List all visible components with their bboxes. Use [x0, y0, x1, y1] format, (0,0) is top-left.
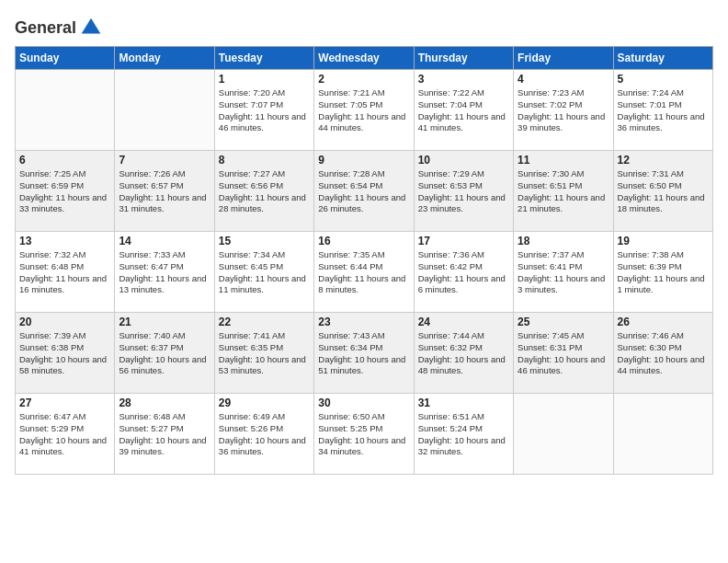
day-info: Sunrise: 7:30 AM Sunset: 6:51 PM Dayligh…	[518, 168, 609, 215]
weekday-header-sunday: Sunday	[16, 47, 115, 70]
calendar-cell: 10Sunrise: 7:29 AM Sunset: 6:53 PM Dayli…	[414, 151, 513, 232]
weekday-header-thursday: Thursday	[414, 47, 513, 70]
day-info: Sunrise: 6:49 AM Sunset: 5:26 PM Dayligh…	[219, 411, 310, 458]
day-info: Sunrise: 7:25 AM Sunset: 6:59 PM Dayligh…	[19, 168, 110, 215]
day-info: Sunrise: 7:44 AM Sunset: 6:32 PM Dayligh…	[418, 330, 509, 377]
calendar-cell: 19Sunrise: 7:38 AM Sunset: 6:39 PM Dayli…	[613, 232, 712, 313]
day-info: Sunrise: 7:41 AM Sunset: 6:35 PM Dayligh…	[219, 330, 310, 377]
logo-general: General	[15, 18, 76, 38]
logo: General	[15, 15, 104, 37]
calendar-cell: 6Sunrise: 7:25 AM Sunset: 6:59 PM Daylig…	[16, 151, 115, 232]
day-number: 28	[119, 396, 210, 409]
day-info: Sunrise: 7:26 AM Sunset: 6:57 PM Dayligh…	[119, 168, 210, 215]
calendar-cell: 18Sunrise: 7:37 AM Sunset: 6:41 PM Dayli…	[514, 232, 613, 313]
header: General	[15, 15, 713, 37]
calendar-cell: 7Sunrise: 7:26 AM Sunset: 6:57 PM Daylig…	[115, 151, 214, 232]
day-number: 16	[318, 235, 409, 247]
day-info: Sunrise: 7:21 AM Sunset: 7:05 PM Dayligh…	[318, 87, 409, 134]
calendar-cell: 1Sunrise: 7:20 AM Sunset: 7:07 PM Daylig…	[214, 70, 313, 151]
calendar-cell: 16Sunrise: 7:35 AM Sunset: 6:44 PM Dayli…	[314, 232, 414, 313]
day-number: 14	[119, 235, 210, 247]
calendar-week-row: 1Sunrise: 7:20 AM Sunset: 7:07 PM Daylig…	[16, 70, 713, 151]
day-number: 23	[318, 316, 409, 328]
day-number: 15	[219, 235, 310, 247]
day-info: Sunrise: 7:46 AM Sunset: 6:30 PM Dayligh…	[618, 330, 709, 377]
day-info: Sunrise: 7:23 AM Sunset: 7:02 PM Dayligh…	[518, 87, 609, 134]
day-info: Sunrise: 7:24 AM Sunset: 7:01 PM Dayligh…	[618, 87, 709, 134]
calendar-cell: 28Sunrise: 6:48 AM Sunset: 5:27 PM Dayli…	[115, 394, 214, 475]
day-info: Sunrise: 7:34 AM Sunset: 6:45 PM Dayligh…	[219, 249, 310, 296]
weekday-header-saturday: Saturday	[613, 47, 712, 70]
calendar-header: SundayMondayTuesdayWednesdayThursdayFrid…	[16, 47, 713, 70]
weekday-header-row: SundayMondayTuesdayWednesdayThursdayFrid…	[16, 47, 713, 70]
day-info: Sunrise: 7:28 AM Sunset: 6:54 PM Dayligh…	[318, 168, 409, 215]
weekday-header-friday: Friday	[514, 47, 613, 70]
day-info: Sunrise: 7:39 AM Sunset: 6:38 PM Dayligh…	[19, 330, 110, 377]
calendar-cell: 21Sunrise: 7:40 AM Sunset: 6:37 PM Dayli…	[115, 313, 214, 394]
day-number: 5	[618, 73, 709, 86]
calendar-cell: 24Sunrise: 7:44 AM Sunset: 6:32 PM Dayli…	[414, 313, 513, 394]
day-info: Sunrise: 6:50 AM Sunset: 5:25 PM Dayligh…	[318, 411, 409, 458]
day-number: 9	[318, 154, 409, 167]
day-number: 3	[418, 73, 509, 86]
calendar-cell: 26Sunrise: 7:46 AM Sunset: 6:30 PM Dayli…	[613, 313, 712, 394]
day-number: 30	[318, 396, 409, 409]
calendar-week-row: 6Sunrise: 7:25 AM Sunset: 6:59 PM Daylig…	[16, 151, 713, 232]
calendar-cell: 11Sunrise: 7:30 AM Sunset: 6:51 PM Dayli…	[514, 151, 613, 232]
calendar-cell: 15Sunrise: 7:34 AM Sunset: 6:45 PM Dayli…	[214, 232, 313, 313]
day-info: Sunrise: 7:40 AM Sunset: 6:37 PM Dayligh…	[119, 330, 210, 377]
calendar-cell: 20Sunrise: 7:39 AM Sunset: 6:38 PM Dayli…	[16, 313, 115, 394]
day-number: 18	[518, 235, 609, 247]
calendar-cell: 8Sunrise: 7:27 AM Sunset: 6:56 PM Daylig…	[214, 151, 313, 232]
calendar-cell: 23Sunrise: 7:43 AM Sunset: 6:34 PM Dayli…	[314, 313, 414, 394]
weekday-header-tuesday: Tuesday	[214, 47, 313, 70]
calendar-week-row: 13Sunrise: 7:32 AM Sunset: 6:48 PM Dayli…	[16, 232, 713, 313]
calendar-cell: 31Sunrise: 6:51 AM Sunset: 5:24 PM Dayli…	[414, 394, 513, 475]
weekday-header-wednesday: Wednesday	[314, 47, 414, 70]
day-number: 7	[119, 154, 210, 167]
calendar-cell: 4Sunrise: 7:23 AM Sunset: 7:02 PM Daylig…	[514, 70, 613, 151]
day-number: 22	[219, 316, 310, 328]
day-number: 24	[418, 316, 509, 328]
calendar-cell	[514, 394, 613, 475]
calendar-cell: 29Sunrise: 6:49 AM Sunset: 5:26 PM Dayli…	[214, 394, 313, 475]
day-number: 27	[19, 396, 110, 409]
day-info: Sunrise: 7:33 AM Sunset: 6:47 PM Dayligh…	[119, 249, 210, 296]
calendar-cell: 5Sunrise: 7:24 AM Sunset: 7:01 PM Daylig…	[613, 70, 712, 151]
calendar-table: SundayMondayTuesdayWednesdayThursdayFrid…	[15, 46, 713, 475]
calendar-cell: 14Sunrise: 7:33 AM Sunset: 6:47 PM Dayli…	[115, 232, 214, 313]
day-info: Sunrise: 7:35 AM Sunset: 6:44 PM Dayligh…	[318, 249, 409, 296]
day-number: 21	[119, 316, 210, 328]
calendar-cell: 25Sunrise: 7:45 AM Sunset: 6:31 PM Dayli…	[514, 313, 613, 394]
day-number: 11	[518, 154, 609, 167]
day-number: 4	[518, 73, 609, 86]
day-info: Sunrise: 6:47 AM Sunset: 5:29 PM Dayligh…	[19, 411, 110, 458]
calendar-cell: 27Sunrise: 6:47 AM Sunset: 5:29 PM Dayli…	[16, 394, 115, 475]
page-container: General SundayMondayTuesdayWednesdayThur…	[0, 0, 728, 484]
day-info: Sunrise: 7:27 AM Sunset: 6:56 PM Dayligh…	[219, 168, 310, 215]
calendar-week-row: 27Sunrise: 6:47 AM Sunset: 5:29 PM Dayli…	[16, 394, 713, 475]
day-info: Sunrise: 7:32 AM Sunset: 6:48 PM Dayligh…	[19, 249, 110, 296]
calendar-cell: 2Sunrise: 7:21 AM Sunset: 7:05 PM Daylig…	[314, 70, 414, 151]
day-number: 25	[518, 316, 609, 328]
day-number: 12	[618, 154, 709, 167]
day-number: 31	[418, 396, 509, 409]
day-info: Sunrise: 7:45 AM Sunset: 6:31 PM Dayligh…	[518, 330, 609, 377]
calendar-cell: 17Sunrise: 7:36 AM Sunset: 6:42 PM Dayli…	[414, 232, 513, 313]
calendar-cell: 13Sunrise: 7:32 AM Sunset: 6:48 PM Dayli…	[16, 232, 115, 313]
day-number: 17	[418, 235, 509, 247]
calendar-cell: 12Sunrise: 7:31 AM Sunset: 6:50 PM Dayli…	[613, 151, 712, 232]
day-info: Sunrise: 7:20 AM Sunset: 7:07 PM Dayligh…	[219, 87, 310, 134]
day-number: 10	[418, 154, 509, 167]
day-info: Sunrise: 6:51 AM Sunset: 5:24 PM Dayligh…	[418, 411, 509, 458]
calendar-cell: 22Sunrise: 7:41 AM Sunset: 6:35 PM Dayli…	[214, 313, 313, 394]
calendar-cell	[115, 70, 214, 151]
day-number: 1	[219, 73, 310, 86]
day-info: Sunrise: 7:43 AM Sunset: 6:34 PM Dayligh…	[318, 330, 409, 377]
calendar-week-row: 20Sunrise: 7:39 AM Sunset: 6:38 PM Dayli…	[16, 313, 713, 394]
day-info: Sunrise: 7:37 AM Sunset: 6:41 PM Dayligh…	[518, 249, 609, 296]
day-number: 26	[618, 316, 709, 328]
day-number: 6	[19, 154, 110, 167]
day-number: 13	[19, 235, 110, 247]
calendar-cell: 3Sunrise: 7:22 AM Sunset: 7:04 PM Daylig…	[414, 70, 513, 151]
